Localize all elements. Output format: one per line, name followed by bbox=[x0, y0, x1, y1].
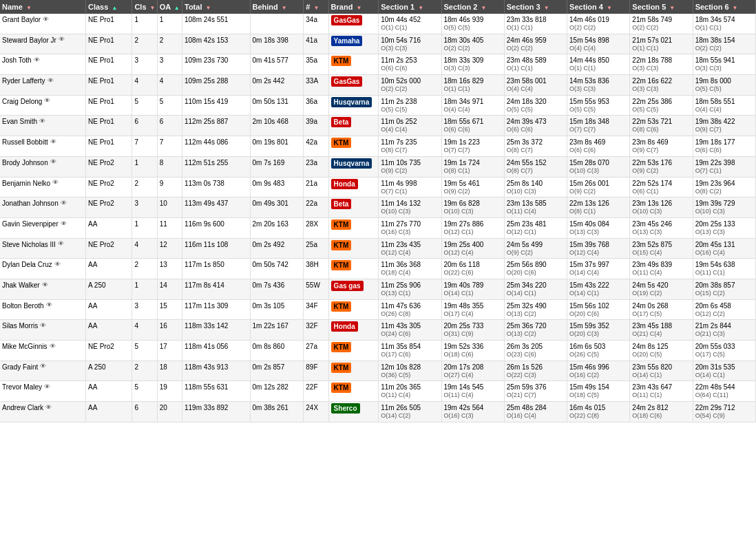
col-header-cls[interactable]: Cls ▼ bbox=[132, 0, 157, 14]
col-header-s6[interactable]: Section 6 ▼ bbox=[693, 0, 755, 14]
cell-s4: 23m 8s 469 O(6) C(6) bbox=[567, 136, 630, 157]
cell-oa: 4 bbox=[157, 75, 182, 96]
eye-icon[interactable]: 👁 bbox=[46, 301, 52, 310]
cell-class: AA bbox=[85, 320, 132, 341]
eye-icon[interactable]: 👁 bbox=[54, 261, 61, 269]
sort-arrow-brand: ▼ bbox=[356, 5, 361, 11]
eye-icon[interactable]: 👁 bbox=[50, 343, 56, 351]
cell-name: Silas Morris 👁 bbox=[0, 320, 85, 341]
eye-icon[interactable]: 👁 bbox=[42, 281, 48, 290]
cell-cls: 4 bbox=[132, 320, 157, 341]
cell-brand: Beta bbox=[328, 116, 379, 136]
name-text: Grant Baylor bbox=[2, 15, 41, 24]
cell-class: A 250 bbox=[85, 279, 132, 299]
cell-cls: 7 bbox=[132, 136, 157, 157]
cell-name: Craig Delong 👁 bbox=[0, 95, 85, 116]
eye-icon[interactable]: 👁 bbox=[52, 179, 59, 187]
cell-name: Dylan Dela Cruz 👁 bbox=[0, 259, 85, 279]
cell-name: Gavin Sievenpiper 👁 bbox=[0, 217, 85, 238]
col-header-s2[interactable]: Section 2 ▼ bbox=[441, 0, 504, 14]
sort-arrow-class: ▲ bbox=[112, 5, 117, 11]
col-header-brand[interactable]: Brand ▼ bbox=[328, 0, 379, 14]
cell-hash: 27a bbox=[304, 341, 328, 361]
cell-hash: 39a bbox=[304, 116, 328, 136]
cell-s4: 22m 13s 126 O(8) C(1) bbox=[567, 197, 630, 218]
eye-icon[interactable]: 👁 bbox=[50, 158, 56, 167]
cell-brand: Honda bbox=[328, 320, 379, 341]
col-header-total[interactable]: Total ▼ bbox=[182, 0, 250, 14]
eye-icon[interactable]: 👁 bbox=[40, 322, 46, 330]
cell-total: 119m 33s 892 bbox=[182, 402, 250, 422]
table-row: Andrew Clark 👁 AA 6 20 119m 33s 892 0m 3… bbox=[0, 402, 756, 422]
cell-oa: 5 bbox=[157, 95, 182, 116]
col-header-s1[interactable]: Section 1 ▼ bbox=[379, 0, 441, 14]
eye-icon[interactable]: 👁 bbox=[43, 16, 49, 24]
cell-behind: 0m 12s 282 bbox=[250, 381, 304, 402]
col-header-behind[interactable]: Behind ▼ bbox=[250, 0, 304, 14]
eye-icon[interactable]: 👁 bbox=[48, 77, 54, 85]
eye-icon[interactable]: 👁 bbox=[61, 220, 67, 228]
cell-s2: 19m 27s 886 O(12) C(1) bbox=[441, 217, 504, 238]
cell-name: Grady Faint 👁 bbox=[0, 361, 85, 381]
name-text: Russell Bobbitt bbox=[2, 138, 48, 147]
cell-s5: 21m 58s 749 O(2) C(2) bbox=[630, 14, 693, 34]
cell-name: Brody Johnson 👁 bbox=[0, 156, 85, 177]
eye-icon[interactable]: 👁 bbox=[34, 56, 40, 65]
cell-s4: 14m 53s 836 O(3) C(3) bbox=[567, 75, 630, 96]
cell-behind: 0m 50s 131 bbox=[250, 95, 304, 116]
table-row: Silas Morris 👁 AA 4 16 118m 33s 142 1m 2… bbox=[0, 320, 756, 341]
cell-total: 118m 43s 913 bbox=[182, 361, 250, 381]
cell-s4: 15m 43s 222 O(14) C(1) bbox=[567, 279, 630, 299]
cell-s3: 23m 58s 001 O(4) C(4) bbox=[504, 75, 567, 96]
cell-behind: 1m 22s 167 bbox=[250, 320, 304, 341]
cell-behind: 0m 38s 261 bbox=[250, 402, 304, 422]
eye-icon[interactable]: 👁 bbox=[44, 97, 50, 105]
eye-icon[interactable]: 👁 bbox=[61, 200, 67, 208]
cell-s4: 15m 54s 898 O(4) C(4) bbox=[567, 34, 630, 54]
sort-arrow-behind: ▼ bbox=[282, 5, 287, 11]
eye-icon[interactable]: 👁 bbox=[45, 404, 52, 412]
col-header-hash[interactable]: # ▼ bbox=[304, 0, 328, 14]
cell-total: 117m 11s 309 bbox=[182, 299, 250, 320]
table-row: Jonathan Johnson 👁 NE Pro2 3 10 113m 49s… bbox=[0, 197, 756, 218]
eye-icon[interactable]: 👁 bbox=[50, 138, 56, 147]
cell-brand: KTM bbox=[328, 238, 379, 259]
cell-s6: 22m 29s 712 O(54) C(9) bbox=[693, 402, 755, 422]
cell-s6: 19m 18s 177 O(6) C(6) bbox=[693, 136, 755, 157]
col-header-name[interactable]: Name ▼ bbox=[0, 0, 85, 14]
cell-s5: 22m 25s 386 O(5) C(5) bbox=[630, 95, 693, 116]
cell-brand: Honda bbox=[328, 177, 379, 197]
cell-hash: 25a bbox=[304, 238, 328, 259]
name-text: Ryder Lafferty bbox=[2, 76, 45, 85]
col-header-class[interactable]: Class ▲ bbox=[85, 0, 132, 14]
cell-class: NE Pro1 bbox=[85, 75, 132, 96]
cell-s6: 19m 54s 638 O(11) C(1) bbox=[693, 259, 755, 279]
eye-icon[interactable]: 👁 bbox=[40, 363, 46, 371]
col-header-s3[interactable]: Section 3 ▼ bbox=[504, 0, 567, 14]
cell-total: 118m 33s 142 bbox=[182, 320, 250, 341]
eye-icon[interactable]: 👁 bbox=[44, 383, 50, 391]
cell-name: Jonathan Johnson 👁 bbox=[0, 197, 85, 218]
cell-s1: 11m 0s 252 O(4) C(4) bbox=[379, 116, 441, 136]
cell-behind: 0m 7s 436 bbox=[250, 279, 304, 299]
cell-s5: 23m 45s 188 O(21) C(4) bbox=[630, 320, 693, 341]
cell-s1: 11m 2s 253 O(6) C(6) bbox=[379, 54, 441, 75]
col-header-s5[interactable]: Section 5 ▼ bbox=[630, 0, 693, 14]
cell-s4: 14m 46s 019 O(2) C(2) bbox=[567, 14, 630, 34]
cell-behind: 2m 10s 468 bbox=[250, 116, 304, 136]
name-text: Benjamin Nelko bbox=[2, 179, 50, 188]
table-row: Josh Toth 👁 NE Pro1 3 3 109m 23s 730 0m … bbox=[0, 54, 756, 75]
cell-name: Russell Bobbitt 👁 bbox=[0, 136, 85, 157]
cell-s4: 15m 37s 997 O(14) C(4) bbox=[567, 259, 630, 279]
sort-arrow-name: ▼ bbox=[26, 5, 32, 11]
brand-badge: KTM bbox=[331, 138, 352, 148]
col-header-oa[interactable]: OA ▲ bbox=[157, 0, 182, 14]
cell-behind: 0m 49s 301 bbox=[250, 197, 304, 218]
cell-oa: 8 bbox=[157, 156, 182, 177]
eye-icon[interactable]: 👁 bbox=[58, 240, 64, 248]
cell-s3: 25m 23s 481 O(12) C(1) bbox=[504, 217, 567, 238]
eye-icon[interactable]: 👁 bbox=[59, 36, 65, 44]
eye-icon[interactable]: 👁 bbox=[39, 118, 45, 126]
cell-s3: 25m 8s 140 O(10) C(3) bbox=[504, 177, 567, 197]
col-header-s4[interactable]: Section 4 ▼ bbox=[567, 0, 630, 14]
